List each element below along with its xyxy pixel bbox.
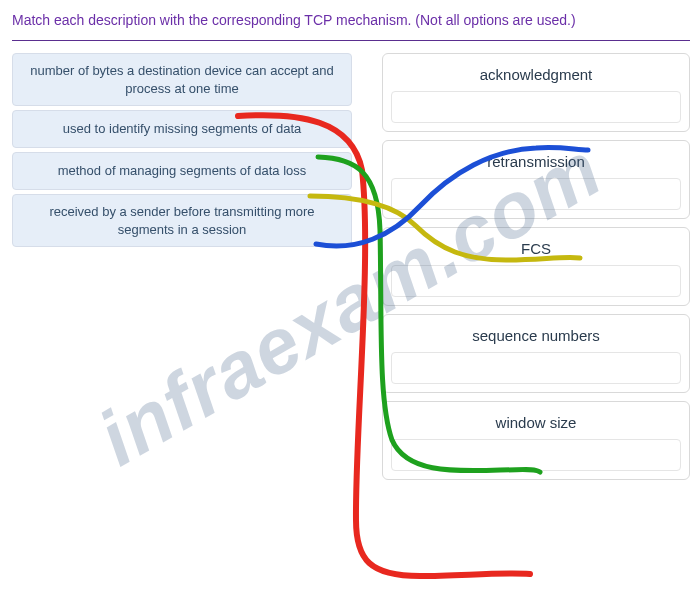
- divider: [12, 40, 690, 41]
- mechanism-group: retransmission: [382, 140, 690, 219]
- mechanism-label: sequence numbers: [391, 321, 681, 352]
- mechanism-label: FCS: [391, 234, 681, 265]
- dropzone[interactable]: [391, 439, 681, 471]
- description-text: method of managing segments of data loss: [58, 162, 307, 180]
- description-text: number of bytes a destination device can…: [23, 62, 341, 97]
- dropzone[interactable]: [391, 352, 681, 384]
- mechanism-group: acknowledgment: [382, 53, 690, 132]
- page-container: Match each description with the correspo…: [0, 0, 700, 490]
- dropzone[interactable]: [391, 178, 681, 210]
- mechanism-group: sequence numbers: [382, 314, 690, 393]
- question-prompt: Match each description with the correspo…: [12, 12, 690, 28]
- mechanisms-column: acknowledgment retransmission FCS sequen…: [382, 53, 690, 480]
- mechanism-label: acknowledgment: [391, 60, 681, 91]
- description-item[interactable]: received by a sender before transmitting…: [12, 194, 352, 247]
- mechanism-group: window size: [382, 401, 690, 480]
- mechanism-label: window size: [391, 408, 681, 439]
- description-text: received by a sender before transmitting…: [23, 203, 341, 238]
- columns: number of bytes a destination device can…: [12, 53, 690, 480]
- dropzone[interactable]: [391, 91, 681, 123]
- mechanism-label: retransmission: [391, 147, 681, 178]
- dropzone[interactable]: [391, 265, 681, 297]
- description-text: used to identify missing segments of dat…: [63, 120, 301, 138]
- mechanism-group: FCS: [382, 227, 690, 306]
- descriptions-column: number of bytes a destination device can…: [12, 53, 352, 480]
- description-item[interactable]: used to identify missing segments of dat…: [12, 110, 352, 148]
- description-item[interactable]: number of bytes a destination device can…: [12, 53, 352, 106]
- description-item[interactable]: method of managing segments of data loss: [12, 152, 352, 190]
